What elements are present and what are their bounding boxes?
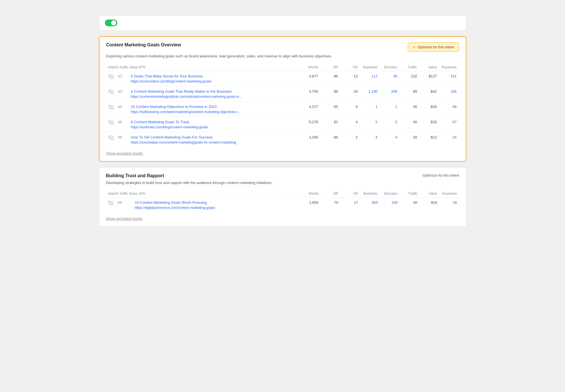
section-card-1: Content Marketing Goals Overview✓ Optimi…	[99, 36, 466, 162]
result-title-link-1-4[interactable]: 8 Content Marketing Goals To Track	[131, 120, 298, 124]
toolbar	[99, 15, 466, 31]
col-header-value-1: Value	[419, 64, 439, 71]
col-header-backlinks-2: Backlinks	[360, 190, 380, 198]
result-domains-1-3[interactable]: 1	[380, 101, 400, 117]
table-row: #68 Content Marketing Goals To Trackhttp…	[106, 117, 459, 132]
col-header-words-2: Words	[301, 190, 321, 198]
table-row: #9How To Set Content Marketing Goals For…	[106, 132, 459, 147]
result-url-link-1-3[interactable]: https://nytlicensing.com/latest/marketin…	[131, 110, 240, 114]
result-keywords-1-4[interactable]: 67	[439, 117, 459, 132]
result-keywords-2-1[interactable]: 28	[440, 198, 459, 213]
result-backlinks-1-1[interactable]: 112	[360, 71, 380, 86]
result-dr-2-1: 70	[321, 198, 341, 213]
col-header-words-1: Words	[301, 64, 321, 71]
show-excluded-1[interactable]: Show excluded results	[106, 151, 143, 155]
result-url-link-1-1[interactable]: https://rockcontent.com/blog/content-mar…	[131, 79, 211, 83]
col-header-backlinks-1: Backlinks	[360, 64, 380, 71]
hide-result-icon	[109, 105, 114, 110]
hide-result-icon	[109, 120, 114, 125]
result-traffic-2-1: 40	[400, 198, 420, 213]
result-title-link-1-5[interactable]: How To Set Content Marketing Goals For S…	[131, 135, 298, 139]
result-keywords-1-5[interactable]: 24	[439, 132, 459, 147]
col-header-dr-2: DR	[321, 190, 341, 198]
result-words-1-3: 4,377	[301, 101, 321, 117]
result-ur-1-3: 0	[340, 101, 360, 117]
result-rank-1-5: #9	[116, 132, 129, 147]
section-title-2: Building Trust and Rapport	[106, 173, 164, 178]
result-url-link-1-2[interactable]: https://contentmarketinginstitute.com/ar…	[131, 95, 242, 99]
result-ur-1-2: 24	[340, 86, 360, 101]
col-header-dr-1: DR	[321, 64, 340, 71]
result-keywords-1-1[interactable]: 151	[439, 71, 459, 86]
optimize-button-1[interactable]: ✓ Optimize for this intent	[408, 42, 459, 52]
result-title-cell-2-1: 10 Content Marketing Goals Worth Pursuin…	[133, 198, 301, 213]
result-title-cell-1-4: 8 Content Marketing Goals To Trackhttps:…	[129, 117, 301, 132]
result-title-link-1-3[interactable]: 15 Content Marketing Objectives to Prior…	[131, 105, 298, 109]
page-container: Content Marketing Goals Overview✓ Optimi…	[99, 15, 466, 227]
section-desc-2: Developing strategies to build trust and…	[106, 180, 459, 186]
col-header-domains-1: Domains	[380, 64, 400, 71]
eye-icon-1-3[interactable]	[106, 101, 116, 117]
result-rank-1-1: #1	[116, 71, 129, 86]
eye-icon-1-4[interactable]	[106, 117, 116, 132]
result-words-1-4: 5,278	[301, 117, 321, 132]
traffic-share-2: Intent's traffic share 10%	[106, 190, 301, 198]
group-by-intent-toggle[interactable]	[105, 20, 117, 26]
result-dr-1-3: 65	[321, 101, 340, 117]
optimize-button-2[interactable]: Optimize for this intent	[423, 173, 459, 177]
sections-container: Content Marketing Goals Overview✓ Optimi…	[99, 36, 466, 227]
section-title-1: Content Marketing Goals Overview	[106, 42, 181, 47]
result-backlinks-2-1[interactable]: 363	[360, 198, 380, 213]
col-header-keywords-1: Keywords	[439, 64, 459, 71]
result-value-1-5: $12	[419, 132, 439, 147]
result-url-link-1-4[interactable]: https://surferseo.com/blog/content-marke…	[131, 125, 208, 129]
result-keywords-1-2[interactable]: 106	[439, 86, 459, 101]
result-traffic-1-2: 88	[400, 86, 419, 101]
table-row: #810 Content Marketing Goals Worth Pursu…	[106, 198, 459, 213]
result-backlinks-1-4[interactable]: 5	[360, 117, 380, 132]
result-domains-1-4[interactable]: 5	[380, 117, 400, 132]
eye-icon-1-5[interactable]	[106, 132, 116, 147]
eye-icon-2-1[interactable]	[106, 198, 116, 213]
hide-result-icon	[109, 74, 114, 79]
hide-result-icon	[109, 89, 114, 94]
result-words-2-1: 1,855	[301, 198, 321, 213]
col-header-traffic-2: Traffic	[400, 190, 420, 198]
result-backlinks-1-5[interactable]: 4	[360, 132, 380, 147]
result-domains-1-1[interactable]: 45	[380, 71, 400, 86]
result-title-link-1-1[interactable]: 6 Goals That Make Sense for Your Busines…	[131, 74, 298, 78]
result-value-1-3: $26	[419, 101, 439, 117]
show-excluded-2[interactable]: Show excluded results	[106, 216, 143, 221]
result-domains-1-2[interactable]: 206	[380, 86, 400, 101]
result-url-link-2-1[interactable]: https://digitalcommerce.com/content-mark…	[135, 206, 215, 210]
table-row: #34 Content Marketing Goals That Really …	[106, 86, 459, 101]
result-title-link-1-2[interactable]: 4 Content Marketing Goals That Really Ma…	[131, 89, 298, 94]
col-header-ur-1: UR	[340, 64, 360, 71]
result-backlinks-1-3[interactable]: 1	[360, 101, 380, 117]
result-ur-2-1: 17	[341, 198, 360, 213]
result-backlinks-1-2[interactable]: 1,190	[360, 86, 380, 101]
result-domains-2-1[interactable]: 159	[380, 198, 400, 213]
result-title-link-2-1[interactable]: 10 Content Marketing Goals Worth Pursuin…	[135, 200, 299, 205]
toolbar-left	[105, 20, 121, 26]
result-title-cell-1-2: 4 Content Marketing Goals That Really Ma…	[129, 86, 301, 101]
section-header-2: Building Trust and RapportOptimize for t…	[106, 173, 459, 178]
result-ur-1-1: 13	[340, 71, 360, 86]
result-dr-1-5: 86	[321, 132, 340, 147]
result-keywords-1-3[interactable]: 68	[439, 101, 459, 117]
results-table-2: Intent's traffic share 10%WordsDRURBackl…	[106, 190, 459, 213]
eye-icon-1-1[interactable]	[106, 71, 116, 86]
table-row: #16 Goals That Make Sense for Your Busin…	[106, 71, 459, 86]
result-words-1-1: 4,877	[301, 71, 321, 86]
result-ur-1-5: 2	[340, 132, 360, 147]
eye-icon-1-2[interactable]	[106, 86, 116, 101]
result-value-1-1: $127	[419, 71, 439, 86]
result-value-1-4: $16	[419, 117, 439, 132]
table-row: #515 Content Marketing Objectives to Pri…	[106, 101, 459, 117]
result-title-cell-1-5: How To Set Content Marketing Goals For S…	[129, 132, 301, 147]
result-title-cell-1-1: 6 Goals That Make Sense for Your Busines…	[129, 71, 301, 86]
col-header-ur-2: UR	[341, 190, 360, 198]
result-url-link-1-5[interactable]: https://coschedule.com/content-marketing…	[131, 140, 236, 144]
result-rank-1-4: #6	[116, 117, 129, 132]
result-domains-1-5[interactable]: 4	[380, 132, 400, 147]
